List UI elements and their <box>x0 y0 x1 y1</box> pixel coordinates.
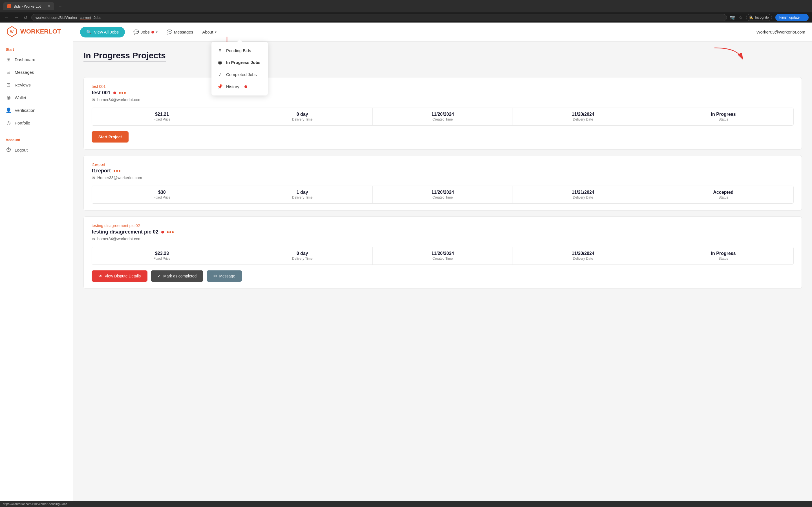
portfolio-icon: ◎ <box>6 120 11 126</box>
sidebar-item-wallet[interactable]: ◉ Wallet <box>0 91 73 104</box>
url-bar[interactable]: workerlot.com/Bid/Worker-current-Jobs <box>31 14 727 21</box>
tab-close-button[interactable]: × <box>48 4 50 8</box>
forward-button[interactable]: → <box>13 14 20 21</box>
pending-bids-icon: ≡ <box>217 48 223 53</box>
dropdown-arrow-indicator <box>238 40 242 42</box>
job-status-label-0: Status <box>656 117 791 121</box>
job-2-menu-dots[interactable] <box>167 231 174 233</box>
eye-icon: 👁 <box>98 274 102 278</box>
view-dispute-button-2[interactable]: 👁 View Dispute Details <box>92 270 147 282</box>
reload-button[interactable]: ↺ <box>22 14 29 21</box>
job-delivery-date-value-2: 11/20/2024 <box>516 251 650 256</box>
page-title: In Progress Projects <box>84 51 166 61</box>
bookmark-icon[interactable]: ☆ <box>739 15 743 20</box>
job-details-row-1: $30 Fixed Price 1 day Delivery Time 11/2… <box>92 186 794 204</box>
app-body: W WORKERLOT Start ⊞ Dashboard ⊟ Messages… <box>0 22 812 501</box>
dropdown-item-pending-bids[interactable]: ≡ Pending Bids <box>211 45 268 56</box>
sidebar-item-portfolio[interactable]: ◎ Portfolio <box>0 117 73 129</box>
job-created-label-0: Created Time <box>375 117 510 121</box>
header-nav: 💬 Jobs ▾ 💬 Messages About ▾ <box>130 27 752 37</box>
job-delivery-date-value-1: 11/21/2024 <box>516 190 650 195</box>
job-price-value-2: $23.23 <box>95 251 229 256</box>
new-tab-button[interactable]: + <box>56 3 64 9</box>
jobs-notification-dot <box>151 31 154 34</box>
start-project-button-0[interactable]: Start Project <box>92 131 129 143</box>
job-created-value-2: 11/20/2024 <box>375 251 510 256</box>
tab-title: Bids - WorkerLot <box>13 4 41 8</box>
email-icon-2: ✉ <box>92 237 95 241</box>
incognito-button[interactable]: 🕵️ Incognito <box>746 14 772 21</box>
email-icon-1: ✉ <box>92 175 95 180</box>
dropdown-label-completed: Completed Jobs <box>226 72 257 77</box>
job-delivery-date-label-0: Delivery Date <box>516 117 650 121</box>
job-0-menu-dots[interactable] <box>119 92 126 94</box>
job-1-menu-dots[interactable] <box>114 170 120 172</box>
job-created-0: 11/20/2024 Created Time <box>373 108 513 125</box>
url-prefix: workerlot.com/Bid/Worker- <box>36 15 79 20</box>
job-delivery-date-label-1: Delivery Date <box>516 195 650 200</box>
job-name-row-0: test 001 <box>92 90 794 96</box>
job-fixed-price-1: $30 Fixed Price <box>92 186 232 203</box>
email-icon-0: ✉ <box>92 98 95 102</box>
job-price-label-0: Fixed Price <box>95 117 229 121</box>
address-bar-actions: 📷 ☆ 🕵️ Incognito Finish update ⋮ <box>730 14 809 21</box>
job-name-2: testing disagreement pic 02 <box>92 229 158 235</box>
job-email-row-0: ✉ homer34@workerlot.com <box>92 98 794 102</box>
sidebar-item-reviews[interactable]: ⊡ Reviews <box>0 78 73 91</box>
finish-update-label: Finish update <box>779 15 800 19</box>
dropdown-item-completed[interactable]: ✓ Completed Jobs <box>211 68 268 80</box>
job-email-2: homer34@workerlot.com <box>97 237 142 241</box>
job-created-value-0: 11/20/2024 <box>375 112 510 117</box>
job-2-status-dot <box>161 231 164 233</box>
sidebar-item-dashboard[interactable]: ⊞ Dashboard <box>0 53 73 66</box>
job-actions-2: 👁 View Dispute Details ✓ Mark as complet… <box>92 270 794 282</box>
job-delivery-date-2: 11/20/2024 Delivery Date <box>513 247 653 265</box>
sidebar-item-verification[interactable]: 👤 Verification <box>0 104 73 117</box>
nav-messages-label: Messages <box>174 30 193 34</box>
view-all-jobs-button[interactable]: 🔍 View All Jobs <box>80 27 125 38</box>
job-delivery-time-1: 1 day Delivery Time <box>232 186 373 203</box>
job-name-0: test 001 <box>92 90 110 96</box>
back-button[interactable]: ← <box>3 14 10 21</box>
dropdown-item-history[interactable]: 📌 History <box>211 80 268 93</box>
job-card-0: test 001 test 001 ✉ homer34@workerlot.co… <box>84 77 802 150</box>
sidebar-item-logout[interactable]: ⏻ Logout <box>0 144 73 156</box>
nav-item-messages[interactable]: 💬 Messages <box>163 27 197 37</box>
job-delivery-label-0: Delivery Time <box>235 117 370 121</box>
job-title-link-1[interactable]: t1report <box>92 162 794 167</box>
nav-item-about[interactable]: About ▾ <box>198 27 220 37</box>
verification-icon: 👤 <box>6 107 11 113</box>
job-delivery-label-2: Delivery Time <box>235 257 370 261</box>
sidebar-label-logout: Logout <box>15 148 28 152</box>
finish-update-button[interactable]: Finish update ⋮ <box>775 14 809 21</box>
message-label: Message <box>219 274 235 278</box>
check-icon: ✓ <box>158 274 161 278</box>
job-delivery-value-2: 0 day <box>235 251 370 256</box>
job-delivery-time-2: 0 day Delivery Time <box>232 247 373 265</box>
svg-text:W: W <box>10 30 14 34</box>
mark-completed-label: Mark as completed <box>163 274 197 278</box>
logout-icon: ⏻ <box>6 147 11 153</box>
dropdown-label-in-progress: In Progress Jobs <box>226 60 260 65</box>
job-card-0-inner: test 001 test 001 ✉ homer34@workerlot.co… <box>92 84 794 102</box>
job-delivery-time-0: 0 day Delivery Time <box>232 108 373 125</box>
sidebar-item-messages[interactable]: ⊟ Messages <box>0 66 73 78</box>
job-title-link-0[interactable]: test 001 <box>92 84 794 89</box>
sidebar-account-label: Account <box>0 135 73 144</box>
job-card-1: t1report t1report ✉ Homer33@workerlot.co… <box>84 155 802 211</box>
about-dropdown-arrow: ▾ <box>215 30 216 34</box>
sidebar-label-verification: Verification <box>15 108 35 113</box>
message-button-2[interactable]: ✉ Message <box>207 270 242 282</box>
job-created-label-2: Created Time <box>375 257 510 261</box>
in-progress-icon: ◉ <box>217 60 223 65</box>
job-title-link-2[interactable]: testing disagreement pic 02 <box>92 223 794 228</box>
dropdown-item-in-progress[interactable]: ◉ In Progress Jobs <box>211 56 268 68</box>
sidebar-label-wallet: Wallet <box>15 95 26 100</box>
nav-item-jobs[interactable]: 💬 Jobs ▾ <box>130 27 161 37</box>
messages-icon: ⊟ <box>6 69 11 75</box>
mark-completed-button-2[interactable]: ✓ Mark as completed <box>151 270 203 282</box>
job-status-label-2: Status <box>656 257 791 261</box>
browser-tab[interactable]: Bids - WorkerLot × <box>3 2 54 10</box>
completed-icon: ✓ <box>217 72 223 77</box>
user-email: Worker03@workerlot.com <box>756 30 805 34</box>
